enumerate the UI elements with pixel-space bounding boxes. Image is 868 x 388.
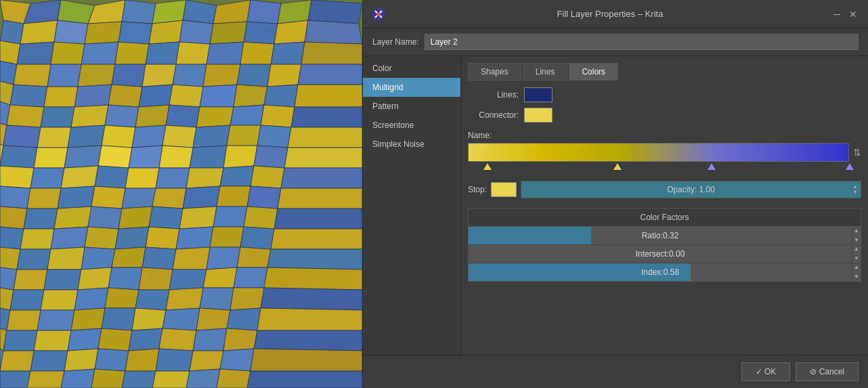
gradient-edit-icon[interactable]: ⇅	[853, 147, 861, 158]
index-spinner[interactable]: ▲ ▼	[852, 263, 861, 281]
svg-marker-205	[91, 369, 125, 388]
svg-marker-38	[51, 42, 85, 64]
gradient-stop-0[interactable]	[483, 163, 492, 170]
gradient-stop-2[interactable]	[708, 163, 716, 170]
intersect-bar-container[interactable]: Intersect:0.00	[469, 245, 852, 263]
minimize-button[interactable]: ─	[830, 7, 844, 21]
svg-marker-176	[102, 308, 135, 330]
svg-marker-150	[237, 247, 271, 267]
gradient-bar-container: ⇅	[468, 143, 861, 162]
sidebar-item-pattern[interactable]: Pattern	[363, 97, 460, 116]
layer-name-input[interactable]	[425, 34, 859, 50]
svg-marker-163	[10, 290, 44, 310]
connector-color-swatch[interactable]	[524, 108, 552, 123]
svg-marker-166	[105, 288, 139, 308]
svg-marker-130	[244, 207, 278, 229]
sidebar-item-color[interactable]: Color	[363, 59, 460, 78]
svg-marker-35	[305, 20, 362, 44]
svg-marker-202	[0, 371, 30, 388]
svg-point-212	[376, 12, 381, 16]
sidebar-item-simplex-noise[interactable]: Simplex Noise	[363, 135, 460, 154]
svg-marker-190	[223, 328, 257, 351]
ratio-bar-fill	[469, 227, 591, 244]
svg-marker-137	[146, 227, 179, 249]
svg-marker-191	[254, 330, 362, 351]
svg-marker-50	[78, 64, 115, 87]
svg-marker-117	[152, 188, 186, 209]
index-down[interactable]: ▼	[854, 274, 859, 280]
intersect-up[interactable]: ▲	[854, 246, 859, 252]
opacity-spinner[interactable]: ▲ ▼	[851, 184, 859, 195]
svg-marker-167	[135, 290, 169, 310]
svg-marker-49	[47, 64, 81, 87]
svg-marker-32	[210, 22, 247, 44]
gradient-section: Name: ⇅	[468, 131, 861, 173]
gradient-stop-3[interactable]	[846, 163, 854, 170]
stop-color-swatch[interactable]	[491, 182, 517, 197]
svg-marker-96	[129, 146, 162, 168]
svg-marker-108	[186, 168, 223, 188]
svg-marker-84	[102, 125, 135, 148]
gradient-bar[interactable]	[468, 143, 849, 162]
svg-marker-165	[74, 288, 108, 310]
lines-label: Lines:	[468, 90, 519, 100]
lines-color-swatch[interactable]	[524, 87, 552, 102]
svg-marker-64	[169, 85, 203, 107]
svg-marker-156	[108, 267, 142, 290]
cancel-button[interactable]: ⊘ Cancel	[796, 362, 859, 381]
svg-marker-40	[115, 42, 149, 64]
svg-marker-122	[0, 207, 27, 229]
svg-marker-27	[54, 20, 88, 44]
svg-marker-207	[152, 371, 190, 388]
gradient-stop-1[interactable]	[613, 163, 622, 170]
svg-marker-103	[30, 168, 64, 188]
svg-marker-147	[142, 247, 176, 270]
svg-marker-168	[166, 288, 203, 310]
svg-marker-42	[176, 42, 210, 64]
svg-marker-72	[71, 105, 108, 127]
svg-marker-43	[207, 42, 244, 64]
svg-marker-140	[240, 227, 274, 249]
tab-shapes[interactable]: Shapes	[468, 63, 521, 81]
svg-marker-66	[234, 85, 267, 107]
svg-marker-118	[183, 186, 220, 209]
canvas-area	[0, 0, 362, 388]
svg-marker-33	[244, 22, 278, 44]
lines-row: Lines:	[468, 87, 861, 102]
name-label: Name:	[468, 131, 861, 140]
svg-marker-54	[203, 64, 240, 87]
ratio-spinner[interactable]: ▲ ▼	[852, 227, 861, 244]
opacity-down-arrow[interactable]: ▼	[851, 190, 859, 195]
intersect-spinner[interactable]: ▲ ▼	[852, 245, 861, 263]
svg-marker-194	[30, 351, 68, 371]
svg-marker-126	[118, 207, 152, 229]
svg-marker-111	[281, 168, 362, 188]
svg-marker-106	[125, 168, 159, 188]
index-bar-container[interactable]: Index:0.58	[469, 263, 852, 281]
svg-marker-179	[196, 308, 230, 330]
ratio-bar-container[interactable]: Ratio:0.32	[469, 227, 852, 244]
tab-colors[interactable]: Colors	[569, 63, 618, 81]
svg-marker-41	[146, 42, 179, 64]
svg-marker-93	[34, 148, 68, 168]
window-title: Fill Layer Properties – Krita	[393, 9, 827, 19]
svg-marker-24	[308, 0, 362, 24]
svg-marker-71	[41, 107, 74, 127]
intersect-down[interactable]: ▼	[854, 256, 859, 261]
svg-marker-128	[179, 207, 217, 229]
svg-marker-173	[7, 310, 41, 330]
stop-row: Stop: Opacity: 1.00 ▲ ▼	[468, 181, 861, 198]
sidebar-item-multigrid[interactable]: Multigrid	[363, 78, 460, 97]
stop-label: Stop:	[468, 185, 487, 194]
gradient-stops	[468, 163, 861, 173]
close-button[interactable]: ✕	[846, 7, 860, 21]
sidebar-item-screentone[interactable]: Screentone	[363, 116, 460, 135]
tab-lines[interactable]: Lines	[523, 63, 568, 81]
ok-button[interactable]: ✓ OK	[741, 362, 791, 381]
svg-marker-178	[162, 308, 200, 330]
svg-marker-119	[217, 186, 251, 207]
ratio-up[interactable]: ▲	[854, 228, 859, 234]
index-up[interactable]: ▲	[854, 265, 859, 270]
colors-content: Lines: Connector: Name: ⇅	[468, 87, 861, 282]
ratio-down[interactable]: ▼	[854, 238, 859, 243]
